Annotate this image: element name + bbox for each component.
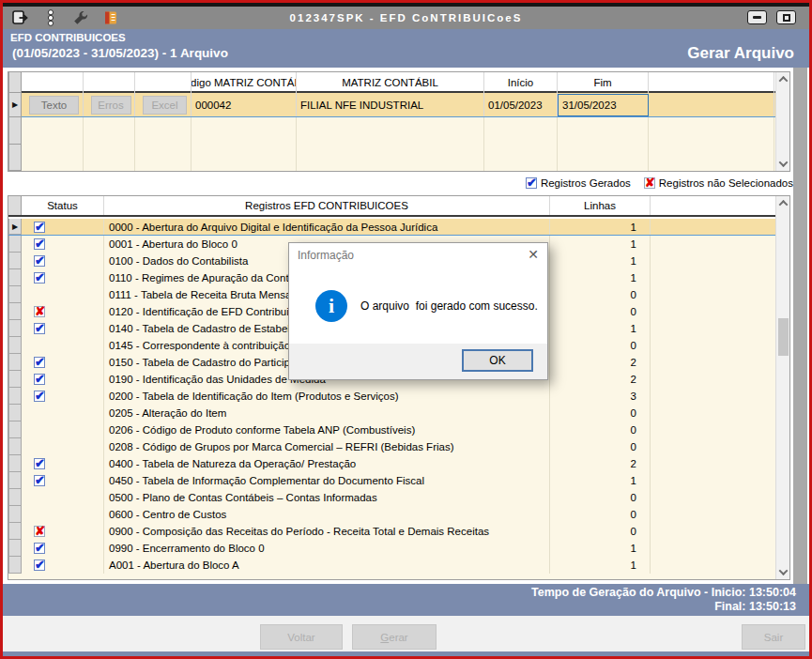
row-selector[interactable]: [8, 455, 22, 472]
row-selector[interactable]: [8, 421, 22, 438]
linhas-value: 2: [550, 371, 651, 388]
row-selector[interactable]: ▶: [8, 93, 22, 117]
status-cell[interactable]: [22, 286, 104, 303]
table-row[interactable]: 0208 - Código de Grupos por Marca Comerc…: [8, 438, 775, 455]
row-selector[interactable]: [8, 405, 22, 421]
table-row[interactable]: ✔0400 - Tabela de Natureza da Operação/ …: [8, 455, 775, 472]
status-cell[interactable]: ✔: [22, 388, 104, 405]
row-selector[interactable]: [8, 253, 22, 269]
row-selector[interactable]: [8, 354, 22, 371]
texto-cell: Texto: [22, 93, 84, 116]
record-blank-cell: [651, 371, 774, 388]
inicio-cell[interactable]: 01/05/2023: [484, 93, 558, 116]
row-selector[interactable]: [8, 236, 22, 253]
table-row[interactable]: 0500 - Plano de Contas Contábeis – Conta…: [8, 489, 775, 506]
status-cell[interactable]: ✔: [22, 219, 104, 235]
fim-cell-focused[interactable]: 31/05/2023: [558, 94, 649, 116]
file-grid-row[interactable]: ▶ Texto Erros Excel 000042 FILIAL NFE IN…: [8, 93, 789, 117]
record-label: 0400 - Tabela de Natureza da Operação/ P…: [104, 455, 550, 472]
row-selector[interactable]: [8, 506, 22, 523]
ok-button[interactable]: OK: [462, 349, 533, 372]
status-cell[interactable]: [22, 337, 104, 354]
status-cell[interactable]: ✘: [22, 523, 104, 540]
close-icon[interactable]: ✕: [528, 247, 539, 262]
status-cell[interactable]: [22, 506, 104, 523]
linhas-value: 0: [550, 438, 651, 455]
maximize-button[interactable]: [776, 10, 796, 24]
scroll-down-icon[interactable]: [776, 157, 790, 171]
table-row[interactable]: ✔0990 - Encerramento do Bloco 01: [8, 540, 775, 557]
erros-button[interactable]: Erros: [91, 96, 131, 115]
status-cell[interactable]: ✔: [22, 557, 104, 574]
scroll-up-icon[interactable]: [776, 72, 790, 86]
record-label: 0200 - Tabela de Identificação do Item (…: [104, 388, 550, 405]
table-row[interactable]: ✔0450 - Tabela de Informação Complementa…: [8, 472, 775, 489]
minimize-button[interactable]: [747, 10, 767, 24]
row-selector[interactable]: [8, 489, 22, 506]
status-cell[interactable]: ✔: [22, 253, 104, 269]
status-legend: ✔ Registros Gerados ✘ Registros não Sele…: [526, 177, 793, 189]
empty-cell[interactable]: [649, 93, 774, 116]
record-blank-cell: [651, 303, 774, 320]
linhas-value: 1: [550, 557, 651, 574]
checked-icon: ✔: [34, 391, 45, 402]
row-selector[interactable]: [8, 286, 22, 303]
row-selector[interactable]: [8, 337, 22, 354]
linhas-value: 0: [550, 523, 651, 540]
row-selector[interactable]: [8, 371, 22, 388]
sair-button[interactable]: Sair: [742, 624, 805, 650]
table-row[interactable]: 0600 - Centro de Custos0: [8, 506, 775, 523]
row-selector[interactable]: [8, 388, 22, 405]
status-cell[interactable]: [22, 405, 104, 421]
record-blank-cell: [651, 540, 774, 557]
status-cell[interactable]: ✔: [22, 371, 104, 388]
row-selector[interactable]: [8, 557, 22, 574]
row-selector[interactable]: [8, 145, 22, 172]
table-row[interactable]: ✔A001 - Abertura do Bloco A1: [8, 557, 775, 574]
titlebar: 012347SPK - EFD CoNTRIBUICoeS: [3, 7, 809, 29]
table-row[interactable]: ✘0900 - Composição das Receitas do Perío…: [8, 523, 775, 540]
status-cell[interactable]: ✔: [22, 354, 104, 371]
excel-button[interactable]: Excel: [143, 96, 187, 115]
status-cell[interactable]: ✔: [22, 540, 104, 557]
voltar-button[interactable]: Voltar: [260, 624, 343, 650]
status-cell[interactable]: [22, 489, 104, 506]
table-row[interactable]: ✔0200 - Tabela de Identificação do Item …: [8, 388, 775, 405]
row-selector[interactable]: [8, 269, 22, 286]
row-selector[interactable]: [8, 303, 22, 320]
scrollbar-thumb[interactable]: [778, 318, 789, 356]
status-cell[interactable]: ✔: [22, 236, 104, 253]
period-label: (01/05/2023 - 31/05/2023) - 1 Arquivo: [12, 46, 228, 60]
table-row[interactable]: ▶✔0000 - Abertura do Arquivo Digital e I…: [8, 219, 775, 236]
status-cell[interactable]: ✘: [22, 303, 104, 320]
table-row[interactable]: 0206 - Código de Produto conforme Tabela…: [8, 421, 775, 438]
status-cell[interactable]: ✔: [22, 320, 104, 337]
texto-button[interactable]: Texto: [29, 96, 78, 115]
row-selector[interactable]: [8, 438, 22, 455]
row-selector[interactable]: [8, 117, 22, 145]
scroll-down-icon[interactable]: [776, 565, 790, 579]
table-row[interactable]: 0205 - Alteração do Item0: [8, 405, 775, 421]
record-blank-cell: [651, 489, 774, 506]
window-right-frame: [793, 68, 807, 584]
status-cell[interactable]: ✔: [22, 455, 104, 472]
scroll-up-icon[interactable]: [776, 196, 790, 210]
file-grid-scrollbar[interactable]: [775, 72, 789, 171]
row-selector[interactable]: [8, 320, 22, 337]
status-cell[interactable]: [22, 421, 104, 438]
status-cell[interactable]: [22, 438, 104, 455]
matriz-contabil-cell[interactable]: FILIAL NFE INDUSTRIAL: [297, 93, 484, 116]
not-selected-icon: ✘: [34, 306, 45, 317]
status-cell[interactable]: ✔: [22, 472, 104, 489]
linhas-value: 0: [550, 303, 651, 320]
codigo-matriz-cell[interactable]: 000042: [192, 93, 297, 116]
records-scrollbar[interactable]: [775, 196, 789, 579]
generation-time-line1: Tempo de Geração do Arquivo - Inicio: 13…: [3, 586, 796, 600]
row-selector[interactable]: [8, 540, 22, 557]
row-selector[interactable]: [8, 523, 22, 540]
file-grid-column-header: [135, 72, 192, 93]
gerar-button[interactable]: Gerar: [352, 624, 437, 650]
row-selector[interactable]: [8, 472, 22, 489]
row-selector[interactable]: ▶: [8, 219, 22, 235]
status-cell[interactable]: ✔: [22, 269, 104, 286]
